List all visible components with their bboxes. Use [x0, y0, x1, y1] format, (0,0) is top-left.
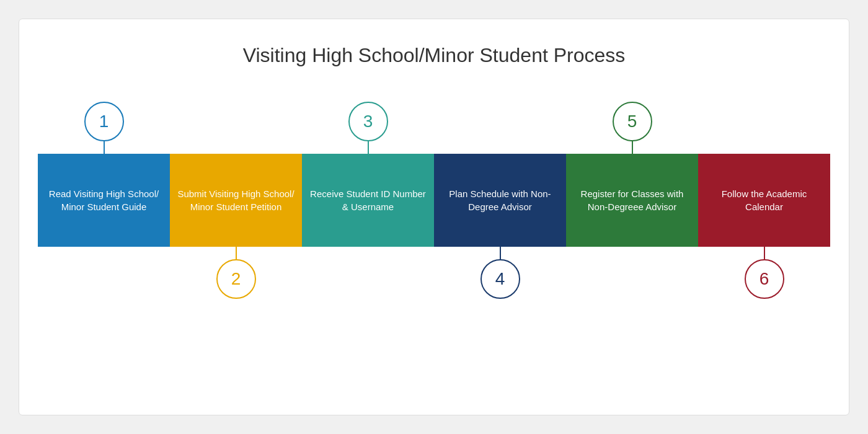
step-block-6[interactable]: Follow the Academic Calendar [698, 154, 830, 247]
step-circle-1: 1 [84, 102, 124, 141]
step-block-5[interactable]: Register for Classes with Non-Degreee Ad… [566, 154, 698, 247]
process-container: 1 3 5 Read Visiting High School/ Minor S… [38, 104, 830, 296]
step-block-2[interactable]: Submit Visiting High School/ Minor Stude… [170, 154, 302, 247]
connector-6 [764, 247, 765, 259]
circle-slot-3: 3 [302, 102, 434, 154]
connector-3 [368, 141, 369, 154]
step-circle-3: 3 [348, 102, 388, 141]
page-title: Visiting High School/Minor Student Proce… [243, 44, 626, 67]
circle-slot-2: 2 [170, 247, 302, 299]
connector-4 [500, 247, 501, 259]
bottom-circles-row: 2 4 6 [38, 247, 830, 296]
steps-bar: Read Visiting High School/ Minor Student… [38, 154, 830, 247]
connector-1 [104, 141, 105, 154]
connector-2 [236, 247, 237, 259]
step-block-3[interactable]: Receive Student ID Number & Username [302, 154, 434, 247]
step-circle-2: 2 [216, 259, 256, 299]
circle-slot-1: 1 [38, 102, 170, 154]
step-block-1[interactable]: Read Visiting High School/ Minor Student… [38, 154, 170, 247]
step-circle-5: 5 [613, 102, 652, 141]
step-circle-4: 4 [480, 259, 520, 299]
circle-slot-5: 5 [566, 102, 698, 154]
top-circles-row: 1 3 5 [38, 104, 830, 154]
step-circle-6: 6 [745, 259, 784, 299]
circle-slot-4: 4 [434, 247, 566, 299]
connector-5 [632, 141, 633, 154]
main-card: Visiting High School/Minor Student Proce… [19, 19, 849, 415]
circle-slot-6: 6 [698, 247, 830, 299]
step-block-4[interactable]: Plan Schedule with Non-Degree Advisor [434, 154, 566, 247]
